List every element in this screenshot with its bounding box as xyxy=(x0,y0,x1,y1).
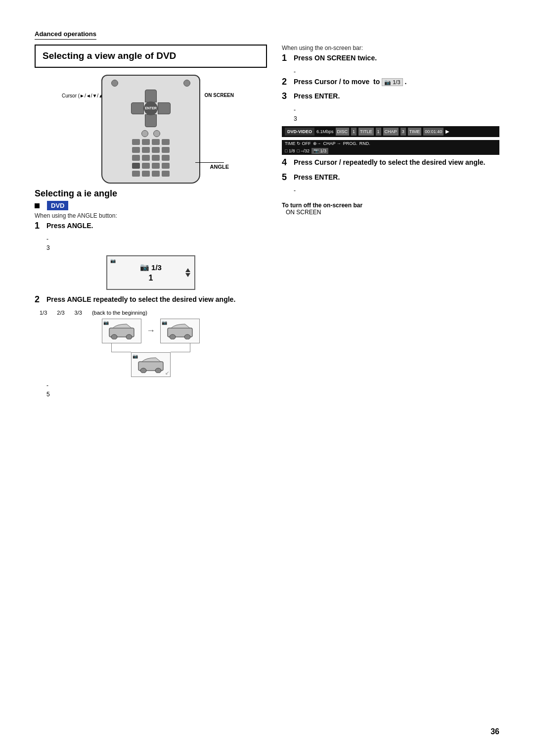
turn-off-note: To turn off the on-screen bar ON SCREEN xyxy=(282,202,499,216)
left-footnote-num: 5 xyxy=(46,391,267,398)
car-box-3: 📷 ↙ xyxy=(131,352,171,377)
svg-point-2 xyxy=(126,334,132,339)
angle-display-box: 📷 1/3 1 📷 xyxy=(106,255,195,290)
dvd-status-bar-2: TIME ↻ OFF ⊕→ CHAP → PROG. RND. xyxy=(282,140,499,147)
bracket-right xyxy=(171,343,190,352)
svg-point-7 xyxy=(140,368,146,373)
when-using-onscreen: When using the on-screen bar: xyxy=(282,45,499,51)
right-step-text-3: Press ENTER. xyxy=(294,92,340,101)
button-grid-angle xyxy=(132,163,170,169)
remote-diagram: Cursor (►/◄/▼/▲) /ENTER xyxy=(35,75,267,184)
car-diagram: 📷 → 📷 xyxy=(35,319,267,377)
right-column: When using the on-screen bar: 1 Press ON… xyxy=(267,45,499,216)
button-grid-5 xyxy=(132,171,170,177)
step-num-small-3: 3 xyxy=(46,244,267,251)
turn-off-label: To turn off the on-screen bar xyxy=(282,202,499,209)
left-footnote-dash: - xyxy=(46,382,267,389)
angle-number: 1 xyxy=(149,274,153,283)
car-label-1: 1/3 xyxy=(40,310,47,316)
advanced-ops-header: Adanced operations xyxy=(35,30,96,40)
dvd-status-area: DVD-VIDEO 6.1Mbps DISC 1 TITLE 1 CHAP 3 … xyxy=(282,126,499,155)
right-step-text-1: Press ON SCREEN twice. xyxy=(294,53,377,63)
step-num-1: 1 xyxy=(35,221,44,230)
remote-btn-right xyxy=(183,80,190,87)
right-step-4: 4 Press Cursor / repeatedly to select th… xyxy=(282,158,499,168)
angle-connector-line2 xyxy=(200,162,224,163)
right-step-num-1: 1 xyxy=(282,53,291,62)
right-step-3: 3 Press ENTER. xyxy=(282,92,499,101)
dpad-down xyxy=(145,114,157,127)
right-step-num-2: 2 xyxy=(282,77,291,86)
car-svg-3 xyxy=(136,356,166,373)
dash-1: - xyxy=(46,236,267,242)
page-title: Selecting a view angle of DVD xyxy=(43,50,259,62)
left-step-2: 2 Press ANGLE repeatedly to select the d… xyxy=(35,295,267,305)
car-label-3: 3/3 xyxy=(75,310,82,316)
remote-small-btn2 xyxy=(153,130,160,137)
step-text-2: Press ANGLE repeatedly to select the des… xyxy=(46,295,235,305)
bracket-left xyxy=(111,343,131,352)
right-step-5: 5 Press ENTER. xyxy=(282,173,499,183)
turn-off-value: ON SCREEN xyxy=(282,209,499,216)
button-grid-2 xyxy=(132,147,170,153)
right-step-num-4: 4 xyxy=(282,158,291,167)
right-dash-5: - xyxy=(294,187,499,194)
left-step-1: 1 Press ANGLE. xyxy=(35,221,267,231)
car-svg-1 xyxy=(107,322,136,339)
car-arrow-right: → xyxy=(146,326,155,336)
svg-point-1 xyxy=(111,334,117,339)
dpad: ENTER xyxy=(131,90,171,127)
angle-fraction: 1/3 xyxy=(151,263,162,272)
right-step-text-4: Press Cursor / repeatedly to select the … xyxy=(294,158,486,168)
page-number: 36 xyxy=(490,727,499,736)
dvd-status-bar-1: DVD-VIDEO 6.1Mbps DISC 1 TITLE 1 CHAP 3 … xyxy=(282,126,499,137)
angle-label: ANGLE xyxy=(210,164,229,170)
when-using-angle: When using the ANGLE button: xyxy=(35,212,267,219)
right-step-1: 1 Press ON SCREEN twice. xyxy=(282,53,499,63)
dpad-left xyxy=(131,102,144,114)
remote-small-btn1 xyxy=(141,130,148,137)
remote-btn-left xyxy=(111,80,118,87)
dpad-right xyxy=(158,102,171,114)
car-svg-2 xyxy=(165,322,195,339)
car-label-2: 2/3 xyxy=(57,310,64,316)
black-square-icon xyxy=(35,203,40,208)
angle-small-icon: 📷 xyxy=(110,258,116,263)
remote-control: ENTER xyxy=(101,75,200,184)
right-step-num-5: 5 xyxy=(282,173,291,182)
dpad-up xyxy=(145,90,157,102)
car-top-row: 📷 → 📷 xyxy=(35,319,267,343)
right-step-num-3: 3 xyxy=(282,92,291,100)
right-step-2: 2 Press Cursor / to move to 📷 1/3 . xyxy=(282,77,499,87)
right-step-text-2: Press Cursor / to move to 📷 1/3 . xyxy=(294,77,406,87)
car-bottom-row: 📷 ↙ xyxy=(35,352,267,377)
right-step-num-small: 3 xyxy=(294,115,499,122)
step-num-2: 2 xyxy=(35,295,44,304)
car-diagram-labels: 1/3 2/3 3/3 (back to the beginning) xyxy=(35,310,267,316)
button-grid-3 xyxy=(132,155,170,161)
right-step-text-5: Press ENTER. xyxy=(294,173,340,183)
dpad-enter: ENTER xyxy=(144,101,158,115)
right-dash-1: - xyxy=(294,68,499,75)
angle-arrows xyxy=(185,268,190,277)
svg-point-8 xyxy=(155,368,161,373)
page: Adanced operations Selecting a view angl… xyxy=(0,0,534,756)
section-title-box: Selecting a view angle of DVD xyxy=(35,45,267,68)
right-dash-3: - xyxy=(294,106,499,113)
svg-point-4 xyxy=(170,334,176,339)
step-text-1: Press ANGLE. xyxy=(46,221,93,231)
car-box-2: 📷 xyxy=(160,319,200,343)
car-box-1: 📷 xyxy=(102,319,141,343)
car-label-4: (back to the beginning) xyxy=(92,310,147,316)
arrow-up-icon xyxy=(185,268,190,272)
left-section-title: Selecting a ie angle xyxy=(35,189,267,199)
arrow-down-icon xyxy=(185,273,190,277)
angle-connector-line xyxy=(195,162,200,163)
on-screen-label: ON SCREEN xyxy=(205,93,234,98)
angle-camera-icon: 📷 xyxy=(140,263,149,272)
dvd-status-bar-3: □ 1/8 □ –/32 📷 1/3 xyxy=(282,147,499,155)
left-column: Selecting a view angle of DVD Cursor (►/… xyxy=(35,45,267,402)
button-grid-1 xyxy=(132,139,170,145)
svg-point-5 xyxy=(184,334,190,339)
dvd-badge: DVD xyxy=(47,201,68,210)
